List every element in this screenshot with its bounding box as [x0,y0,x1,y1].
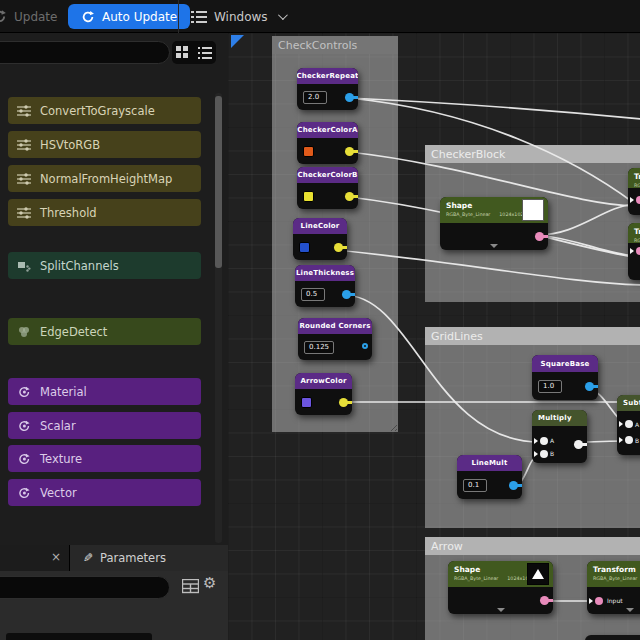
node-transform-top2[interactable]: Transform RGBA_Byte_Linear [628,223,640,280]
update-button[interactable]: Update [0,0,57,33]
output-port[interactable] [345,147,354,156]
color-swatch[interactable] [301,397,312,408]
node-arrowcolor[interactable]: ArrowColor [295,373,352,415]
input-port-a[interactable] [534,437,548,445]
gear-icon[interactable]: ⚙ [203,574,216,592]
palette-item-converttograyscale[interactable]: ConvertToGrayscale [8,97,201,124]
node-preview-thumbnail[interactable] [522,199,544,221]
node-checkerrepeat[interactable]: CheckerRepeat 2.0 [297,68,358,110]
auto-update-label: Auto Update [102,10,177,24]
group-header[interactable]: CheckerBlock [425,145,640,163]
collapse-chevron-icon[interactable] [497,608,505,612]
value-field[interactable]: 2.0 [303,91,327,104]
collapse-chevron-icon[interactable] [490,244,498,248]
node-squarebase[interactable]: SquareBase 1.0 [532,355,598,400]
palette-item-material[interactable]: Material [8,378,201,405]
tab-current[interactable]: × [0,545,70,571]
palette-search-input[interactable] [0,41,170,64]
output-port[interactable] [339,398,348,407]
palette-item-texture[interactable]: Texture [8,445,201,472]
node-header: Transform RGBA_Byte_Linear [628,223,640,243]
node-checkercolora[interactable]: CheckerColorA [297,122,358,164]
input-label: A [635,421,639,428]
pencil-icon: ✎ [83,551,93,565]
venn-circles-icon [17,326,31,338]
node-title: Transform [634,227,640,236]
sliders-icon [17,207,31,219]
output-port[interactable] [574,440,583,449]
tab-parameters[interactable]: ✎ Parameters [70,545,228,571]
input-port[interactable] [630,247,640,255]
palette-item-threshold[interactable]: Threshold [8,199,201,226]
node-checkercolorb[interactable]: CheckerColorB [297,167,358,209]
output-port-unconnected[interactable] [362,343,368,349]
node-title: Transform [593,565,640,574]
value-field[interactable]: 0.5 [301,288,325,301]
node-title: ArrowColor [295,373,352,389]
grid-view-icon[interactable] [176,46,189,59]
node-linecolor[interactable]: LineColor [293,218,347,260]
output-port[interactable] [585,382,594,391]
node-shape-checker[interactable]: Shape RGBA_Byte_Linear 1024x1024 [440,197,548,250]
palette-item-normalfromheightmap[interactable]: NormalFromHeightMap [8,165,201,192]
group-header[interactable]: Arrow [425,537,640,555]
output-port[interactable] [540,596,549,605]
node-partial-bottom[interactable] [585,635,640,640]
input-port[interactable]: Input [589,597,623,605]
node-linemult[interactable]: LineMult 0.1 [457,455,522,499]
palette-item-vector[interactable]: Vector [8,479,201,506]
auto-update-button[interactable]: Auto Update [68,4,190,29]
value-field[interactable]: 0.125 [304,341,334,354]
collapse-chevron-icon[interactable] [626,608,634,612]
canvas-corner-marker [231,35,244,48]
palette-item-label: ConvertToGrayscale [40,104,155,118]
node-shape-arrow[interactable]: Shape RGBA_Byte_Linear 1024x1024 [448,561,553,614]
value-field[interactable]: 0.1 [463,479,487,492]
palette-item-scalar[interactable]: Scalar [8,412,201,439]
input-port-b[interactable] [619,436,633,444]
windows-menu-button[interactable]: Windows [191,0,285,33]
palette-item-label: Threshold [40,206,97,220]
list-view-icon[interactable] [198,47,212,59]
output-port[interactable] [345,192,354,201]
output-port[interactable] [345,93,354,102]
parameter-icon [17,453,31,465]
node-transform-arrow[interactable]: Transform RGBA_Byte_Linear 1024x1024 Inp… [587,561,640,614]
palette-scrollbar-thumb[interactable] [215,96,222,268]
node-subtract[interactable]: Subtract A B [617,395,640,455]
output-port[interactable] [535,232,544,241]
group-header[interactable]: GridLines [425,327,640,345]
node-transform-top1[interactable]: Transform RGBA_Byte_Linear [628,168,640,215]
node-graph-canvas[interactable]: CheckControls CheckerBlock GridLines Arr… [228,33,640,640]
input-port[interactable] [630,196,640,204]
node-roundedcorners[interactable]: Rounded Corners 0.125 [298,318,372,360]
palette-item-hsvtorgb[interactable]: HSVtoRGB [8,131,201,158]
app-window: Update Auto Update Windows [0,0,640,640]
output-port[interactable] [509,481,518,490]
palette-item-label: EdgeDetect [40,325,107,339]
palette-scrollbar[interactable] [215,93,222,543]
parameters-search-input[interactable] [0,576,170,599]
parameter-row-partial [6,633,152,640]
output-port[interactable] [342,290,351,299]
palette-item-label: NormalFromHeightMap [40,172,172,186]
palette-item-edgedetect[interactable]: EdgeDetect [8,318,201,345]
output-port[interactable] [334,243,343,252]
node-header: Shape RGBA_Byte_Linear 1024x1024 [440,197,548,223]
value-field[interactable]: 1.0 [538,380,562,393]
color-swatch[interactable] [303,191,314,202]
input-label: B [635,437,639,444]
node-linethickness[interactable]: LineThickness 0.5 [295,265,355,307]
node-preview-thumbnail[interactable] [527,563,549,585]
table-icon[interactable] [182,579,199,594]
input-port-b[interactable] [534,450,548,458]
palette-item-splitchannels[interactable]: SplitChannels [8,252,201,279]
update-label: Update [14,10,57,24]
node-multiply[interactable]: Multiply A B [532,410,587,463]
color-swatch[interactable] [303,146,314,157]
close-icon[interactable]: × [51,550,61,564]
color-swatch[interactable] [299,242,310,253]
input-port-a[interactable] [619,420,633,428]
node-title: CheckerColorB [297,167,358,183]
group-header[interactable]: CheckControls [272,36,398,54]
